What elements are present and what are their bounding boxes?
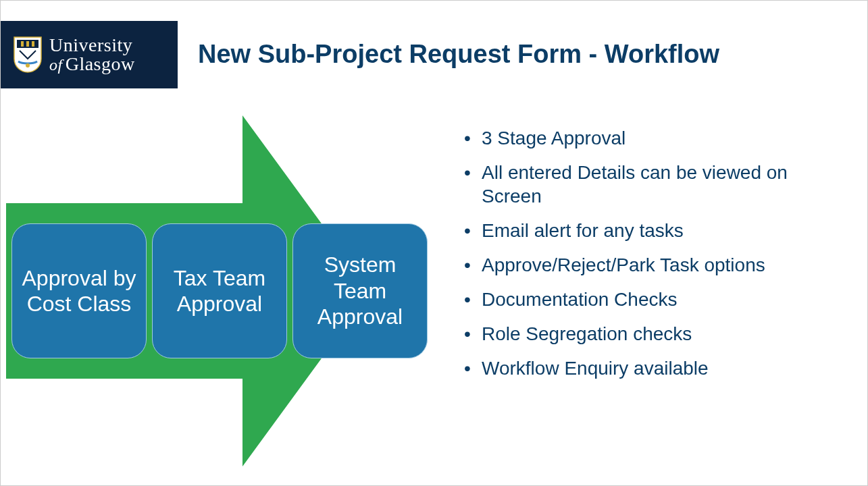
university-crest-icon [13,36,43,74]
list-item: Workflow Enquiry available [478,356,837,380]
svg-rect-1 [21,41,24,47]
list-item: All entered Details can be viewed on Scr… [478,161,837,208]
list-item: Approve/Reject/Park Task options [478,253,837,277]
university-logo-block: University ofGlasgow [1,21,178,88]
slide: University ofGlasgow New Sub-Project Req… [0,0,868,486]
list-item: Email alert for any tasks [478,219,837,242]
slide-title: New Sub-Project Request Form - Workflow [198,40,719,69]
bullet-list: 3 Stage Approval All entered Details can… [459,126,837,391]
list-item: 3 Stage Approval [478,126,837,150]
logo-city: Glasgow [66,53,135,74]
svg-rect-3 [32,41,34,47]
stage-box-2: Tax Team Approval [152,223,287,358]
university-logo-text: University ofGlasgow [49,36,135,74]
svg-point-4 [26,63,30,68]
logo-line-2: ofGlasgow [49,55,135,74]
svg-rect-2 [26,41,29,47]
workflow-arrow-diagram: Approval by Cost Class Tax Team Approval… [6,115,445,466]
logo-of: of [49,56,63,74]
stage-box-1: Approval by Cost Class [11,223,147,358]
list-item: Documentation Checks [478,288,837,311]
stage-box-3: System Team Approval [292,223,428,358]
list-item: Role Segregation checks [478,322,837,346]
logo-line-1: University [49,36,135,55]
